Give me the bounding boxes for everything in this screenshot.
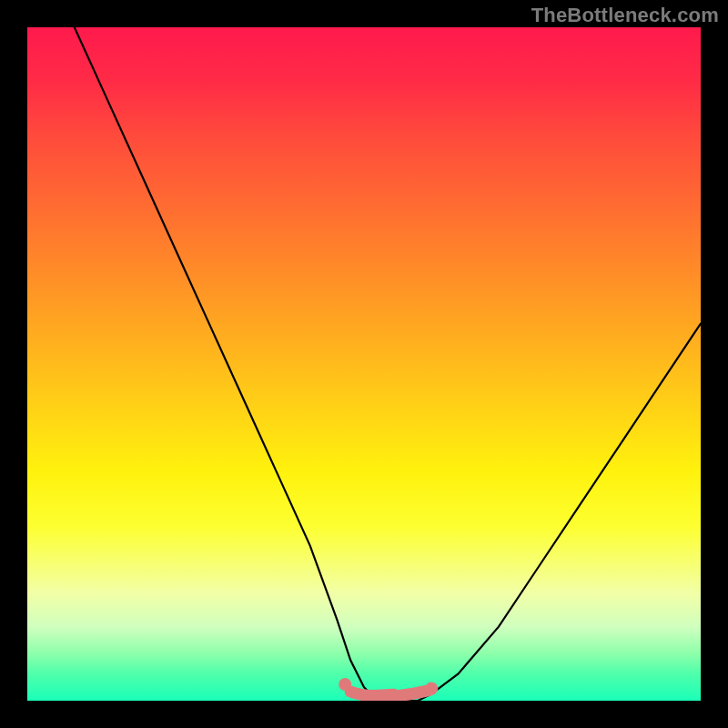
watermark-text: TheBottleneck.com xyxy=(531,4,719,27)
chart-frame: TheBottleneck.com xyxy=(0,0,728,728)
bottleneck-curve xyxy=(75,27,701,701)
curve-svg xyxy=(27,27,701,701)
plot-area xyxy=(27,27,701,701)
optimal-band-start-dot xyxy=(339,678,351,691)
optimal-band-marker xyxy=(350,688,432,697)
